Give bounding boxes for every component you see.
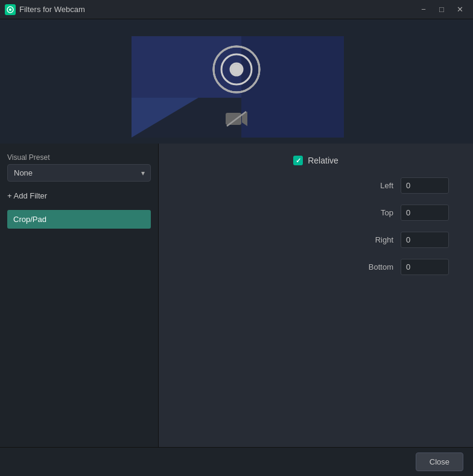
left-label: Left	[363, 181, 393, 190]
svg-point-12	[231, 64, 242, 75]
filter-list: Crop/Pad	[7, 210, 151, 437]
window-close-button[interactable]: ✕	[451, 3, 468, 16]
left-input[interactable]	[401, 177, 449, 194]
top-field-row: Top	[183, 205, 449, 221]
preview-area	[0, 19, 473, 144]
bottom-field-row: Bottom	[183, 259, 449, 275]
top-label: Top	[363, 208, 393, 217]
filter-item-crop-pad[interactable]: Crop/Pad	[7, 210, 151, 229]
app-icon	[5, 4, 16, 15]
relative-checkbox[interactable]	[293, 156, 303, 165]
relative-label: Relative	[308, 156, 338, 165]
main-content: Visual Preset None ▾ + Add Filter Crop/P…	[0, 144, 473, 447]
camera-off-icon	[226, 110, 247, 132]
right-field-row: Right	[183, 232, 449, 248]
add-filter-button[interactable]: + Add Filter	[7, 189, 151, 203]
close-button[interactable]: Close	[416, 452, 463, 471]
left-field-row: Left	[183, 177, 449, 194]
window-title: Filters for Webcam	[19, 5, 85, 14]
title-bar-left: Filters for Webcam	[5, 4, 85, 15]
minimize-button[interactable]: −	[415, 3, 432, 16]
footer: Close	[0, 447, 473, 476]
bottom-input[interactable]	[401, 259, 449, 275]
bottom-label: Bottom	[363, 262, 393, 271]
visual-preset-label: Visual Preset	[7, 153, 151, 162]
title-bar-buttons: − □ ✕	[415, 3, 468, 16]
title-bar: Filters for Webcam − □ ✕	[0, 0, 473, 19]
right-panel: Relative Left Top Right Bottom	[159, 144, 473, 447]
maximize-button[interactable]: □	[433, 3, 450, 16]
svg-point-1	[9, 8, 11, 11]
visual-preset-dropdown[interactable]: None	[7, 164, 151, 182]
left-panel: Visual Preset None ▾ + Add Filter Crop/P…	[0, 144, 159, 447]
right-input[interactable]	[401, 232, 449, 248]
relative-row: Relative	[183, 156, 449, 165]
svg-rect-13	[226, 113, 241, 125]
visual-preset-dropdown-wrapper: None ▾	[7, 164, 151, 182]
visual-preset-section: Visual Preset None ▾	[7, 153, 151, 182]
obs-logo	[212, 45, 261, 94]
right-label: Right	[363, 235, 393, 244]
top-input[interactable]	[401, 205, 449, 221]
